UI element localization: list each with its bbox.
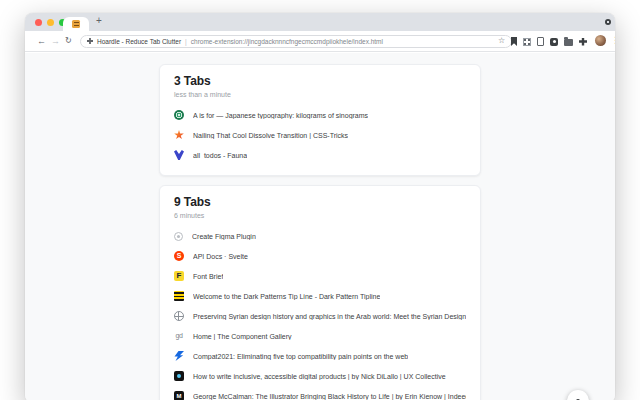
tab-group-card: 3 Tabs less than a minute A is for — Jap… xyxy=(159,64,481,176)
medium-icon xyxy=(174,391,184,400)
bookmark-icon[interactable] xyxy=(511,37,517,46)
tab-strip: + xyxy=(25,13,615,31)
extension-icon-row xyxy=(511,37,587,47)
group-age: 6 minutes xyxy=(174,211,466,220)
fontbrief-icon xyxy=(174,271,184,281)
tab-link-row[interactable]: A is for — Japanese typography: kilogram… xyxy=(174,105,466,125)
contrast-icon[interactable] xyxy=(550,38,558,46)
bookmark-star-icon[interactable]: ☆ xyxy=(498,36,505,45)
darkpatterns-icon xyxy=(174,291,184,301)
tab-link-row[interactable]: Compat2021: Eliminating five top compati… xyxy=(174,346,466,366)
refresh-button[interactable]: ↻ xyxy=(65,35,72,47)
tab-group-card: 9 Tabs 6 minutes Create Figma Plugin API… xyxy=(159,185,481,400)
svelte-icon xyxy=(174,251,184,261)
tab-link-row[interactable]: API Docs · Svelte xyxy=(174,246,466,266)
uxcollective-icon xyxy=(174,371,184,381)
tab-link-row[interactable]: George McCalman: The Illustrator Bringin… xyxy=(174,386,466,400)
tab-link-label: Create Figma Plugin xyxy=(192,233,256,240)
group-title: 3 Tabs xyxy=(174,75,466,88)
fauna-icon xyxy=(174,150,184,160)
tab-link-row[interactable]: Create Figma Plugin xyxy=(174,226,466,246)
a-is-for-icon xyxy=(174,110,184,120)
tab-link-row[interactable]: all_todos - Fauna xyxy=(174,145,466,165)
tab-link-row[interactable]: How to write inclusive, accessible digit… xyxy=(174,366,466,386)
address-separator: | xyxy=(185,38,187,45)
browser-window: + ← → ↻ Hoardle - Reduce Tab Clutter | c… xyxy=(25,13,615,400)
page-content: 3 Tabs less than a minute A is for — Jap… xyxy=(25,53,615,400)
back-button[interactable]: ← xyxy=(37,35,46,47)
folder-icon[interactable] xyxy=(564,39,573,46)
tab-group-list: 3 Tabs less than a minute A is for — Jap… xyxy=(25,64,615,400)
tab-link-label: How to write inclusive, accessible digit… xyxy=(193,373,446,380)
minimize-window-button[interactable] xyxy=(47,19,54,26)
tab-link-label: Preserving Syrian design history and gra… xyxy=(193,313,466,320)
tab-link-row[interactable]: Preserving Syrian design history and gra… xyxy=(174,306,466,326)
component-gallery-icon xyxy=(174,331,184,341)
browser-tab-hoardle[interactable] xyxy=(63,17,89,31)
puzzle-icon[interactable] xyxy=(579,38,587,46)
group-title: 9 Tabs xyxy=(174,196,466,209)
profile-avatar[interactable] xyxy=(595,35,606,46)
tab-link-row[interactable]: Welcome to the Dark Patterns Tip Line - … xyxy=(174,286,466,306)
tab-link-label: Nailing That Cool Dissolve Transition | … xyxy=(193,132,348,139)
extension-puzzle-icon xyxy=(87,38,93,44)
new-tab-button[interactable]: + xyxy=(96,15,102,26)
webdev-icon xyxy=(174,351,184,361)
tab-link-label: Font Brief xyxy=(193,273,223,280)
address-bar[interactable]: Hoardle - Reduce Tab Clutter | chrome-ex… xyxy=(80,35,512,48)
browser-toolbar: ← → ↻ Hoardle - Reduce Tab Clutter | chr… xyxy=(25,31,615,52)
tab-link-label: Welcome to the Dark Patterns Tip Line - … xyxy=(193,293,380,300)
qr-icon[interactable] xyxy=(523,38,531,46)
css-tricks-icon xyxy=(174,130,184,140)
group-rows: A is for — Japanese typography: kilogram… xyxy=(174,105,466,165)
group-rows: Create Figma Plugin API Docs · Svelte Fo… xyxy=(174,226,466,400)
gear-dot-icon[interactable] xyxy=(605,19,611,25)
tab-link-row[interactable]: Home | The Component Gallery xyxy=(174,326,466,346)
tab-link-label: George McCalman: The Illustrator Bringin… xyxy=(193,393,466,400)
hoardle-icon xyxy=(72,20,80,28)
figma-icon xyxy=(174,232,183,241)
group-age: less than a minute xyxy=(174,90,466,99)
tab-link-label: API Docs · Svelte xyxy=(193,253,248,260)
menu-kebab-icon[interactable]: ⋮ xyxy=(611,35,615,45)
tab-link-label: Home | The Component Gallery xyxy=(193,333,292,340)
tab-link-label: A is for — Japanese typography: kilogram… xyxy=(193,112,368,119)
forward-button[interactable]: → xyxy=(51,35,60,47)
syrian-archive-icon xyxy=(174,311,184,321)
window-controls xyxy=(35,19,66,26)
tab-link-label: all_todos - Fauna xyxy=(193,152,247,159)
address-page-title: Hoardle - Reduce Tab Clutter xyxy=(97,38,181,45)
tab-link-label: Compat2021: Eliminating five top compati… xyxy=(193,353,408,360)
tab-link-row[interactable]: Font Brief xyxy=(174,266,466,286)
address-url: chrome-extension://jincgdacknnncfngecmcc… xyxy=(191,38,383,45)
tab-link-row[interactable]: Nailing That Cool Dissolve Transition | … xyxy=(174,125,466,145)
close-window-button[interactable] xyxy=(35,19,42,26)
page-icon[interactable] xyxy=(537,37,544,46)
